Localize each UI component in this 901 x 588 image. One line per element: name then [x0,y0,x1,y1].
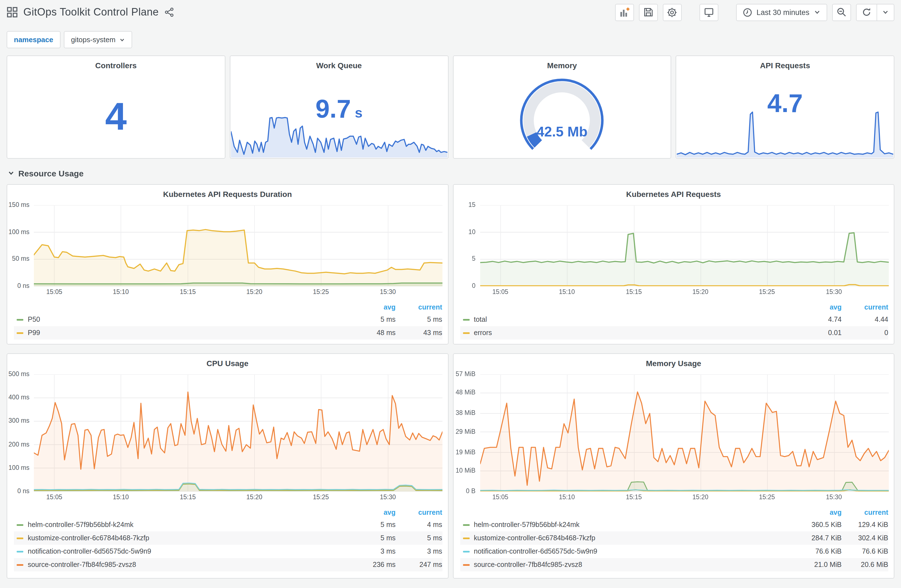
legend-value: 21.0 MiB [795,561,842,569]
legend-row: kustomize-controller-6c6784b468-7kzfp284… [460,531,888,545]
variable-value-text: gitops-system [71,36,115,44]
series-label[interactable]: source-controller-7fb84fc985-zvsz8 [17,561,349,569]
series-label[interactable]: P99 [17,329,349,337]
series-label[interactable]: helm-controller-57f9b56bbf-k24mk [17,521,349,529]
legend-value: 5 ms [349,521,396,529]
series-label[interactable]: helm-controller-57f9b56bbf-k24mk [463,521,795,529]
series-color-marker[interactable] [17,524,23,526]
legend-sort-current[interactable]: current [842,303,888,311]
legend-row: errors0.010 [460,326,888,339]
legend-value: 0 [842,329,888,337]
series-color-marker[interactable] [17,564,23,566]
series-color-marker[interactable] [463,551,469,552]
series-label[interactable]: kustomize-controller-6c6784b468-7kzfp [463,534,795,542]
toolbar: Last 30 minutes [615,4,894,21]
refresh-button[interactable] [857,4,876,20]
series-color-marker[interactable] [463,524,469,526]
x-axis: 15:0515:1015:1515:2015:2515:30 [480,492,888,502]
y-axis: 0 ns100 ms200 ms300 ms400 ms500 ms [7,375,34,492]
time-range-label: Last 30 minutes [756,8,809,16]
chevron-down-icon [814,9,820,16]
chart-canvas[interactable] [34,375,443,492]
plot-area[interactable] [480,205,888,286]
time-range-picker[interactable]: Last 30 minutes [736,4,827,21]
series-color-marker[interactable] [463,319,469,320]
panel-title[interactable]: Work Queue [231,56,448,70]
legend-sort-avg[interactable]: avg [349,509,396,516]
panel-title[interactable]: API Requests [677,56,894,70]
series-color-marker[interactable] [463,564,469,566]
variables-row: namespace gitops-system [7,31,894,49]
x-tick-label: 15:30 [826,288,842,295]
legend-row: notification-controller-6d56575dc-5w9n93… [14,545,442,558]
panel-title[interactable]: Kubernetes API Requests [453,185,894,199]
plot-area[interactable] [34,375,442,492]
y-tick-label: 500 ms [9,370,30,377]
section-row-resource-usage[interactable]: Resource Usage [8,168,894,179]
settings-button[interactable] [662,4,681,21]
panel-title[interactable]: CPU Usage [7,354,448,368]
series-color-marker[interactable] [463,332,469,334]
legend: avgcurrenthelm-controller-57f9b56bbf-k24… [14,507,442,571]
legend-sort-current[interactable]: current [396,509,442,516]
legend-sort-current[interactable]: current [842,509,888,516]
legend-sort-current[interactable]: current [396,303,442,311]
chart-canvas[interactable] [480,375,889,492]
series-color-marker[interactable] [17,319,23,320]
y-tick-label: 150 ms [9,201,30,208]
refresh-split-button [856,4,894,21]
refresh-interval-dropdown[interactable] [876,4,894,20]
panel-title[interactable]: Kubernetes API Requests Duration [7,185,448,199]
variable-label-text: namespace [14,36,53,44]
series-color-marker[interactable] [17,537,23,539]
series-color-marker[interactable] [17,332,23,334]
legend-sort-avg[interactable]: avg [349,303,396,311]
series-label[interactable]: kustomize-controller-6c6784b468-7kzfp [17,534,349,542]
zoom-out-button[interactable] [832,4,851,21]
legend-row: kustomize-controller-6c6784b468-7kzfp5 m… [14,531,442,545]
series-label[interactable]: notification-controller-6d56575dc-5w9n9 [17,548,349,555]
cycle-view-mode-button[interactable] [699,4,718,21]
chart-canvas[interactable] [34,205,443,286]
panel-title[interactable]: Controllers [7,56,225,70]
y-tick-label: 100 ms [9,464,30,471]
section-title: Resource Usage [18,168,84,178]
chart-row-2: CPU Usage 0 ns100 ms200 ms300 ms400 ms50… [7,353,894,579]
x-tick-label: 15:25 [759,494,775,500]
dashboard-page: GitOps Toolkit Control Plane [0,3,901,588]
series-label[interactable]: total [463,316,795,324]
series-label[interactable]: notification-controller-6d56575dc-5w9n9 [463,548,795,555]
y-tick-label: 10 MiB [455,467,475,474]
add-panel-button[interactable] [615,4,634,21]
legend-value: 0.01 [795,329,842,337]
series-label[interactable]: errors [463,329,795,337]
plot-area[interactable] [34,205,442,286]
series-color-marker[interactable] [17,551,23,552]
variable-label-namespace[interactable]: namespace [7,31,61,48]
x-axis: 15:0515:1015:1515:2015:2515:30 [34,492,442,502]
dashboard-grid-icon[interactable] [7,7,18,18]
plot-area[interactable] [480,375,888,492]
panel-api-requests-stat: API Requests 4.7 [676,56,895,159]
share-icon[interactable] [164,7,174,17]
save-dashboard-button[interactable] [639,4,658,21]
series-color-marker[interactable] [463,537,469,539]
legend-value: 3 ms [396,548,442,555]
chart-canvas[interactable] [480,205,889,286]
y-tick-label: 29 MiB [455,428,475,435]
series-label[interactable]: source-controller-7fb84fc985-zvsz8 [463,561,795,569]
legend-row: helm-controller-57f9b56bbf-k24mk360.5 Ki… [460,518,888,531]
legend-row: source-controller-7fb84fc985-zvsz8236 ms… [14,558,442,571]
x-tick-label: 15:10 [559,288,575,295]
variable-value-dropdown[interactable]: gitops-system [64,31,132,48]
x-tick-label: 15:30 [826,494,842,500]
y-tick-label: 0 ns [17,488,30,494]
legend-value: 3 ms [349,548,396,555]
panel-title[interactable]: Memory Usage [453,354,894,368]
panel-title[interactable]: Memory [453,56,671,70]
legend-sort-avg[interactable]: avg [795,509,842,516]
x-tick-label: 15:05 [46,494,62,500]
legend-sort-avg[interactable]: avg [795,303,842,311]
legend-value: 247 ms [396,561,442,569]
series-label[interactable]: P50 [17,316,349,324]
